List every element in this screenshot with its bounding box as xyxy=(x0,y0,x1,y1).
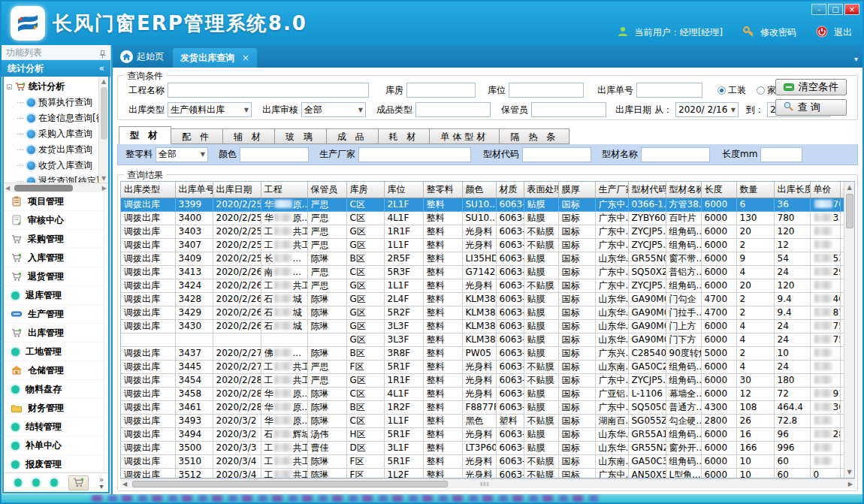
table-row[interactable]: 调拨出库34542020/2/28工共工程严思G区1R1F整料光身料6063-T… xyxy=(121,373,844,387)
sidebar-item-出库管理[interactable]: 出库管理 xyxy=(4,324,108,343)
column-header[interactable]: 颜色 xyxy=(462,182,496,198)
table-row[interactable]: 调拨出库34932020/3/2华原...陈琳C区1L1F整料黑色塑料不贴膜国标… xyxy=(121,414,844,427)
table-row[interactable]: 调拨出库34302020/2/26石城陈琳G区3L3F整料KLM38176063… xyxy=(121,319,844,333)
material-tab[interactable]: 辅 材 xyxy=(223,128,275,144)
tab-close-icon[interactable]: × xyxy=(242,53,249,63)
material-tab[interactable]: 单体型材 xyxy=(430,128,500,144)
search-button[interactable]: 查 询 xyxy=(775,99,847,116)
table-row[interactable]: 调拨出库34582020/2/28华原...陈琳C区4L1F整料光身料6063-… xyxy=(121,387,844,400)
color-input[interactable] xyxy=(240,147,309,162)
dot-icon[interactable] xyxy=(50,478,58,487)
table-row[interactable]: 调拨出库34612020/2/28华原...陈琳B区1R2F整料F8877FT6… xyxy=(121,400,844,414)
tree-vertical-scrollbar[interactable]: ▲▼ xyxy=(98,77,108,183)
column-header[interactable]: 型材代码 xyxy=(628,182,666,198)
minimize-button[interactable]: – xyxy=(811,4,826,15)
location-input[interactable] xyxy=(509,83,584,98)
sidebar-item-结转管理[interactable]: 结转管理 xyxy=(4,418,108,436)
column-header[interactable]: 生产厂家 xyxy=(595,182,628,198)
table-row[interactable]: 调拨出库34092020/2/25长...陈琳B区2R5F整料LI35HD606… xyxy=(121,252,844,265)
table-row[interactable]: 调拨出库34032020/2/25工共工程严思G区1R1F整料光身料6063-T… xyxy=(121,225,844,238)
sidebar-item-报废管理[interactable]: 报废管理 xyxy=(4,455,108,472)
tab-list-caret-icon[interactable]: ▾ xyxy=(854,55,858,63)
tree-item[interactable]: 预算执行查询 xyxy=(7,95,108,110)
grid-horizontal-scrollbar[interactable]: ◀⦀⦀⦀▶ xyxy=(120,478,855,488)
table-row[interactable]: 调拨出库34452020/2/27工共工程严思F区5R1F整料光身料6063-T… xyxy=(121,360,844,373)
column-header[interactable]: 数量 xyxy=(736,182,774,198)
table-row[interactable]: 调拨出库35122020/3/4工共工程陈琳F区1L2F整料光身料6063-T5… xyxy=(121,468,844,478)
sidebar-item-仓储管理[interactable]: 仓储管理 xyxy=(4,361,108,380)
menu-scrollbar[interactable] xyxy=(104,192,108,472)
manufacturer-input[interactable] xyxy=(358,147,471,162)
column-header[interactable]: 库房 xyxy=(346,182,384,198)
column-header[interactable]: 长度 xyxy=(701,182,736,198)
column-header[interactable]: 膜厚 xyxy=(558,182,595,198)
table-row[interactable]: 调拨出库33992020/2/25华原...严思C区2L1F整料SU10...6… xyxy=(121,198,844,211)
profile-code-input[interactable] xyxy=(522,147,591,162)
tree-item[interactable]: 退货查询[待定] xyxy=(7,174,108,183)
column-header[interactable]: 库位 xyxy=(384,182,423,198)
table-row[interactable]: 调拨出库34372020/2/27佛...陈琳B区3R8F整料PW056063-… xyxy=(121,346,844,360)
dot-icon[interactable] xyxy=(32,478,40,487)
material-tab[interactable]: 配 件 xyxy=(171,128,223,144)
sidebar-item-审核中心[interactable]: 审核中心 xyxy=(4,211,108,230)
table-row[interactable]: 调拨出库34072020/2/25工共工程严思G区1L1F整料光身料6063-T… xyxy=(121,238,844,252)
sidebar-item-生产管理[interactable]: 生产管理 xyxy=(4,305,108,324)
out-no-input[interactable] xyxy=(636,83,702,98)
column-header[interactable]: 型材名称 xyxy=(666,182,701,198)
tree-item[interactable]: 在途信息查询[待 xyxy=(7,110,108,126)
sidebar-item-财务管理[interactable]: 财务管理 xyxy=(4,399,108,418)
change-password-link[interactable]: 修改密码 xyxy=(760,26,796,39)
dot-icon[interactable] xyxy=(14,478,22,487)
sidebar-overflow-button[interactable]: »▾ xyxy=(99,476,104,490)
tree-item[interactable]: 收货入库查询 xyxy=(7,158,108,174)
sidebar-item-退货管理[interactable]: 退货管理 xyxy=(4,267,108,286)
table-row[interactable]: G区3L3F整料KLM38176063-T5贴膜国标山东华...GA90M09.… xyxy=(121,333,844,346)
tab-home[interactable]: 起始页 xyxy=(113,50,173,68)
column-header[interactable]: 出库单号 xyxy=(175,182,213,198)
table-row[interactable]: 调拨出库35002020/3/3工共工程曹佳D区3L1F整料LT3P606063… xyxy=(121,441,844,454)
sidebar-item-入库管理[interactable]: 入库管理 xyxy=(4,249,108,267)
sidebar-item-采购管理[interactable]: 采购管理 xyxy=(4,230,108,249)
out-audit-select[interactable]: 全部▼ xyxy=(301,102,366,117)
warehouse-input[interactable] xyxy=(406,83,476,98)
table-row[interactable]: 调拨出库34282020/2/26石城陈琳G区2L4F整料KLM38176063… xyxy=(121,292,844,306)
tree-root-statistics[interactable]: - 统计分析 xyxy=(7,79,108,95)
maximize-button[interactable]: □ xyxy=(828,4,843,15)
radio-gongzhuang[interactable]: 工装 xyxy=(717,84,746,97)
table-row[interactable]: 调拨出库34292020/2/26石城陈琳G区5R2F整料KLM38176063… xyxy=(121,306,844,319)
clear-conditions-button[interactable]: 清空条件 xyxy=(775,79,847,95)
column-header[interactable]: 出库日期 xyxy=(213,182,261,198)
out-type-select[interactable]: 生产领料出库▼ xyxy=(168,102,252,117)
whole-part-select[interactable]: 全部▼ xyxy=(156,147,208,162)
sidebar-item-补单中心[interactable]: 补单中心 xyxy=(4,436,108,455)
tab-shipping-outbound-query[interactable]: 发货出库查询 × xyxy=(173,48,257,68)
column-header[interactable]: 整零料 xyxy=(423,182,462,198)
logout-link[interactable]: 退出 xyxy=(834,26,852,39)
table-row[interactable]: 调拨出库34002020/2/25华原...严思C区4L1F整料SU10...6… xyxy=(121,211,844,225)
material-tab[interactable]: 玻 璃 xyxy=(275,128,327,144)
column-header[interactable]: 表面处理 xyxy=(524,182,558,198)
cart-button[interactable] xyxy=(68,475,89,490)
column-header[interactable]: 保管员 xyxy=(307,182,346,198)
grid-vertical-scrollbar[interactable]: ▲ ▼ xyxy=(844,182,854,478)
material-tab[interactable]: 成 品 xyxy=(327,128,379,144)
column-header[interactable]: 出库类型 xyxy=(121,182,175,198)
product-type-input[interactable] xyxy=(415,102,491,117)
column-header[interactable]: 出库长度 xyxy=(774,182,810,198)
table-row[interactable]: 调拨出库35102020/3/4工共工程陈琳F区5R1F整料光身料6063-T5… xyxy=(121,454,844,468)
tree-expander-icon[interactable]: - xyxy=(7,84,12,89)
collapse-icon[interactable]: « xyxy=(99,60,104,77)
material-tab[interactable]: 耗 材 xyxy=(379,128,430,144)
tree-item[interactable]: 发货出库查询 xyxy=(7,142,108,158)
close-button[interactable]: × xyxy=(844,4,859,15)
table-row[interactable]: 调拨出库34942020/3/2石辉城汤伟H区5R1F整料光身料6063-T5贴… xyxy=(121,427,844,441)
material-tab[interactable]: 隔 热 条 xyxy=(500,128,569,144)
length-input[interactable] xyxy=(760,147,802,162)
profile-name-input[interactable] xyxy=(641,147,710,162)
tree-item[interactable]: 采购入库查询 xyxy=(7,126,108,142)
table-row[interactable]: 调拨出库34132020/2/26南...严思C区5R3F整料G71422606… xyxy=(121,265,844,279)
column-header[interactable]: 单价 xyxy=(810,182,840,198)
column-header[interactable]: 工程 xyxy=(261,182,307,198)
sidebar-item-项目管理[interactable]: 项目管理 xyxy=(4,192,108,211)
sidebar-item-工地管理[interactable]: 工地管理 xyxy=(4,343,108,361)
